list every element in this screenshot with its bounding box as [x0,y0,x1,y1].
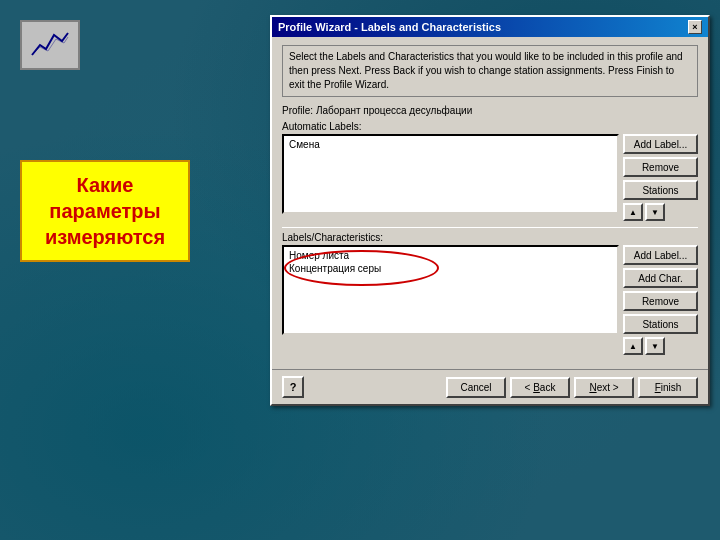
chart-icon [28,27,72,63]
dialog-title: Profile Wizard - Labels and Characterist… [278,21,501,33]
list-item[interactable]: Концентрация серы [287,262,614,275]
down-arrow-button-2[interactable]: ▼ [645,337,665,355]
profile-wizard-dialog: Profile Wizard - Labels and Characterist… [270,15,710,406]
list-item[interactable]: Номер листа [287,249,614,262]
add-char-button[interactable]: Add Char. [623,268,698,288]
next-button[interactable]: Next > [574,377,634,398]
automatic-labels-buttons: Add Label... Remove Stations ▲ ▼ [623,134,698,221]
finish-label: Finish [655,382,682,393]
back-button[interactable]: < Back [510,377,570,398]
close-button[interactable]: × [688,20,702,34]
arrow-row-1: ▲ ▼ [623,203,698,221]
section-divider [282,227,698,228]
labels-characteristics-listbox[interactable]: Номер листа Концентрация серы [282,245,619,335]
description-text: Select the Labels and Characteristics th… [282,45,698,97]
automatic-labels-section: Automatic Labels: Смена Add Label... Rem… [282,121,698,221]
app-icon [20,20,80,70]
bottom-button-bar: ? Cancel < Back Next > Finish [272,369,708,404]
dialog-title-bar: Profile Wizard - Labels and Characterist… [272,17,708,37]
labels-characteristics-section: Labels/Characteristics: Номер листа Конц… [282,232,698,355]
list-item[interactable]: Смена [287,138,614,151]
help-button[interactable]: ? [282,376,304,398]
cancel-button[interactable]: Cancel [446,377,506,398]
automatic-labels-listbox[interactable]: Смена [282,134,619,214]
up-arrow-button-1[interactable]: ▲ [623,203,643,221]
next-label: Next > [589,382,618,393]
back-label: < Back [525,382,556,393]
annotation-box: Какие параметры измеряются [20,160,190,262]
labels-characteristics-buttons: Add Label... Add Char. Remove Stations ▲… [623,245,698,355]
profile-label: Profile: Лаборант процесса десульфации [282,105,698,116]
arrow-row-2: ▲ ▼ [623,337,698,355]
svg-rect-0 [28,27,72,63]
stations-button-2[interactable]: Stations [623,314,698,334]
add-label-button-2[interactable]: Add Label... [623,245,698,265]
down-arrow-button-1[interactable]: ▼ [645,203,665,221]
annotation-text: Какие параметры измеряются [45,174,165,248]
finish-button[interactable]: Finish [638,377,698,398]
stations-button-1[interactable]: Stations [623,180,698,200]
remove-button-1[interactable]: Remove [623,157,698,177]
automatic-labels-section-label: Automatic Labels: [282,121,698,132]
automatic-labels-area: Смена Add Label... Remove Stations ▲ ▼ [282,134,698,221]
labels-characteristics-label: Labels/Characteristics: [282,232,698,243]
labels-characteristics-area: Номер листа Концентрация серы Add Label.… [282,245,698,355]
dialog-content: Select the Labels and Characteristics th… [272,37,708,369]
add-label-button-1[interactable]: Add Label... [623,134,698,154]
remove-button-2[interactable]: Remove [623,291,698,311]
up-arrow-button-2[interactable]: ▲ [623,337,643,355]
